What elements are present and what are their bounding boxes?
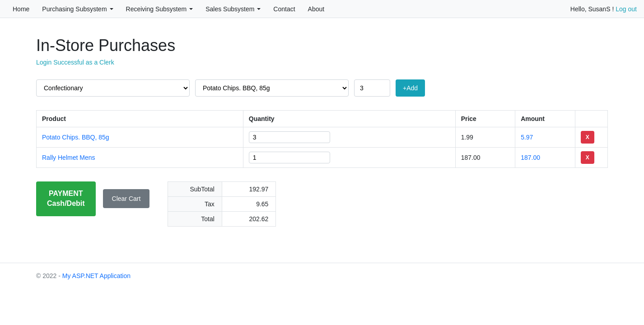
total-value: 202.62	[222, 212, 276, 227]
tax-label: Tax	[168, 197, 222, 212]
nav-receiving-label: Receiving Subsystem	[126, 5, 187, 13]
col-header-quantity: Quantity	[243, 111, 455, 127]
nav-sales[interactable]: Sales Subsystem	[200, 2, 266, 16]
tax-value: 9.65	[222, 197, 276, 212]
amount-cell: 187.00	[515, 148, 575, 168]
col-header-product: Product	[37, 111, 243, 127]
quantity-cell	[243, 127, 455, 148]
summary-tax-row: Tax 9.65	[168, 197, 276, 212]
product-cell: Potato Chips. BBQ, 85g	[37, 127, 243, 148]
page-title: In-Store Purchases	[36, 36, 608, 55]
price-cell: 1.99	[455, 127, 515, 148]
quantity-row-input[interactable]	[249, 152, 330, 163]
summary-subtotal-row: SubTotal 192.97	[168, 182, 276, 197]
quantity-row-input[interactable]	[249, 131, 330, 143]
action-cell: X	[575, 127, 607, 148]
cart-table: Product Quantity Price Amount Potato Chi…	[36, 110, 608, 168]
nav-receiving[interactable]: Receiving Subsystem	[121, 2, 199, 16]
nav-sales-label: Sales Subsystem	[205, 5, 254, 13]
table-row: Potato Chips. BBQ, 85g 1.99 5.97 X	[37, 127, 608, 148]
nav-home[interactable]: Home	[7, 2, 35, 16]
quantity-input[interactable]	[354, 79, 390, 97]
bottom-section: PAYMENT Cash/Debit Clear Cart SubTotal 1…	[36, 181, 608, 227]
quantity-cell	[243, 148, 455, 168]
footer-app-link[interactable]: My ASP.NET Application	[62, 272, 131, 279]
subtotal-label: SubTotal	[168, 182, 222, 197]
payment-line1: PAYMENT	[49, 190, 83, 197]
navbar-left: Home Purchasing Subsystem Receiving Subs…	[7, 2, 570, 16]
col-header-price: Price	[455, 111, 515, 127]
nav-contact[interactable]: Contact	[268, 2, 300, 16]
col-header-amount: Amount	[515, 111, 575, 127]
amount-link[interactable]: 187.00	[521, 154, 540, 161]
summary-total-row: Total 202.62	[168, 212, 276, 227]
add-button[interactable]: +Add	[396, 79, 425, 97]
product-select[interactable]: Potato Chips. BBQ, 85g	[195, 79, 349, 97]
payment-line2: Cash/Debit	[47, 200, 85, 207]
nav-purchasing-label: Purchasing Subsystem	[42, 5, 107, 13]
nav-about[interactable]: About	[303, 2, 330, 16]
category-select[interactable]: Confectionary	[36, 79, 190, 97]
payment-clear-row: PAYMENT Cash/Debit Clear Cart	[36, 181, 149, 216]
navbar: Home Purchasing Subsystem Receiving Subs…	[0, 0, 644, 18]
amount-cell: 5.97	[515, 127, 575, 148]
footer: © 2022 - My ASP.NET Application	[0, 263, 644, 288]
clear-cart-button[interactable]: Clear Cart	[103, 189, 150, 208]
price-cell: 187.00	[455, 148, 515, 168]
summary-table: SubTotal 192.97 Tax 9.65 Total 202.62	[168, 181, 276, 227]
total-label: Total	[168, 212, 222, 227]
remove-button[interactable]: X	[581, 131, 594, 144]
product-cell: Rally Helmet Mens	[37, 148, 243, 168]
amount-link[interactable]: 5.97	[521, 134, 533, 141]
chevron-down-icon	[257, 8, 261, 10]
table-row: Rally Helmet Mens 187.00 187.00 X	[37, 148, 608, 168]
nav-purchasing[interactable]: Purchasing Subsystem	[37, 2, 118, 16]
chevron-down-icon	[189, 8, 193, 10]
product-link[interactable]: Rally Helmet Mens	[42, 154, 95, 161]
payment-button[interactable]: PAYMENT Cash/Debit	[36, 181, 96, 216]
subtotal-value: 192.97	[222, 182, 276, 197]
col-header-action	[575, 111, 607, 127]
logout-link[interactable]: Log out	[616, 5, 637, 13]
product-link[interactable]: Potato Chips. BBQ, 85g	[42, 134, 109, 141]
user-greeting: Hello, SusanS !	[570, 5, 614, 13]
navbar-right: Hello, SusanS ! Log out	[570, 5, 637, 13]
login-status: Login Successful as a Clerk	[36, 59, 608, 66]
chevron-down-icon	[110, 8, 113, 10]
add-form-row: Confectionary Potato Chips. BBQ, 85g +Ad…	[36, 79, 608, 97]
main-content: In-Store Purchases Login Successful as a…	[0, 18, 644, 245]
action-cell: X	[575, 148, 607, 168]
remove-button[interactable]: X	[581, 151, 594, 164]
footer-copyright: © 2022 -	[36, 272, 62, 279]
